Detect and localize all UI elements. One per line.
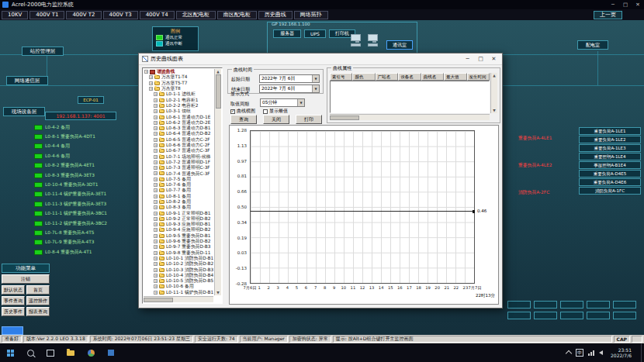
column-header-索引号[interactable]: 索引号: [330, 73, 352, 81]
column-header-发生时间[interactable]: 发生时间: [467, 73, 490, 81]
prev-page-button[interactable]: 上一页: [594, 11, 622, 19]
expander-icon[interactable]: +: [154, 160, 158, 164]
expander-icon[interactable]: +: [154, 268, 158, 272]
scroll-thumb[interactable]: [144, 298, 173, 302]
volume-icon[interactable]: [599, 350, 603, 355]
dialog-minimize-icon[interactable]: ─: [461, 54, 474, 64]
expander-icon[interactable]: +: [154, 234, 158, 238]
menu-button-报表查询[interactable]: 报表查询: [26, 307, 50, 316]
menu-button-遥控操作[interactable]: 遥控操作: [26, 296, 50, 305]
column-header-厂站名[interactable]: 厂站名: [376, 73, 398, 81]
dropdown-arrow-icon[interactable]: ▼: [312, 85, 319, 92]
expander-icon[interactable]: +: [154, 245, 158, 249]
network-icon[interactable]: [588, 350, 594, 356]
expander-icon[interactable]: +: [154, 121, 158, 125]
expander-icon[interactable]: +: [154, 217, 158, 221]
expander-icon[interactable]: +: [154, 98, 158, 102]
tab-400V T3[interactable]: 400V T3: [103, 11, 138, 19]
expander-icon[interactable]: +: [149, 75, 153, 79]
expander-icon[interactable]: +: [154, 109, 158, 113]
period-combo[interactable]: 05分钟 ▼: [260, 98, 305, 107]
close-icon[interactable]: ✕: [632, 2, 644, 8]
dialog-close-icon[interactable]: ✕: [487, 54, 500, 64]
show-desktop-button[interactable]: [641, 343, 644, 362]
expander-icon[interactable]: +: [154, 262, 158, 266]
search-icon[interactable]: [20, 343, 40, 362]
file-explorer-icon[interactable]: [61, 343, 81, 362]
expander-icon[interactable]: +: [154, 251, 158, 255]
tab-北区配电柜[interactable]: 北区配电柜: [176, 11, 216, 19]
expander-icon[interactable]: +: [154, 149, 158, 153]
tab-400V T2[interactable]: 400V T2: [66, 11, 101, 19]
column-header-最大值[interactable]: 最大值: [444, 73, 466, 81]
expander-icon[interactable]: +: [149, 81, 153, 85]
expander-icon[interactable]: +: [154, 166, 158, 170]
chart-plot[interactable]: [250, 130, 475, 284]
tab-南区配电柜[interactable]: 南区配电柜: [217, 11, 257, 19]
expander-icon[interactable]: +: [154, 212, 158, 215]
scroll-down-icon[interactable]: ▼: [216, 290, 219, 295]
minimize-icon[interactable]: ─: [607, 2, 619, 8]
expander-icon[interactable]: +: [154, 138, 158, 142]
expander-icon[interactable]: +: [154, 183, 158, 187]
expander-icon[interactable]: +: [154, 188, 158, 192]
tree-horizontal-scrollbar[interactable]: [144, 296, 213, 302]
taskbar-clock[interactable]: 23:51 2022/7/6: [611, 347, 632, 358]
expander-icon[interactable]: +: [154, 228, 158, 232]
scroll-up-icon[interactable]: ▲: [216, 69, 219, 74]
expander-icon[interactable]: +: [154, 240, 158, 243]
dropdown-arrow-icon[interactable]: ▼: [312, 75, 319, 82]
expander-icon[interactable]: +: [154, 291, 158, 295]
dialog-maximize-icon[interactable]: □: [474, 54, 487, 64]
expander-icon[interactable]: +: [154, 222, 158, 226]
expander-icon[interactable]: +: [154, 205, 158, 209]
menu-button-历史事件[interactable]: 历史事件: [2, 307, 25, 316]
action-button-关闭[interactable]: 关闭: [263, 115, 289, 124]
task-view-icon[interactable]: [40, 343, 61, 362]
tab-400V T4[interactable]: 400V T4: [140, 11, 175, 19]
expander-icon[interactable]: +: [154, 132, 158, 136]
curve-overlay-checkbox[interactable]: ✓: [230, 109, 235, 114]
expander-icon[interactable]: +: [154, 92, 158, 96]
maximize-icon[interactable]: □: [619, 2, 632, 8]
tab-网络拓扑[interactable]: 网络拓扑: [294, 11, 328, 19]
menu-button-默认状态[interactable]: 默认状态: [2, 285, 25, 295]
expander-icon[interactable]: +: [154, 274, 158, 278]
tab-10KV[interactable]: 10KV: [2, 11, 28, 19]
tab-历史曲线[interactable]: 历史曲线: [258, 11, 293, 19]
start-button[interactable]: [0, 343, 20, 362]
logout-button[interactable]: 注销: [2, 274, 50, 284]
expander-icon[interactable]: +: [154, 104, 158, 108]
expander-icon[interactable]: +: [154, 171, 158, 175]
column-header-曲线名[interactable]: 曲线名: [421, 73, 444, 81]
action-button-查询[interactable]: 查询: [230, 115, 257, 124]
tray-expand-icon[interactable]: [566, 350, 571, 356]
menu-accent-button[interactable]: [2, 326, 23, 335]
end-date-combo[interactable]: 2022年 7月 6日 ▼: [259, 84, 320, 93]
browser-icon[interactable]: [81, 343, 101, 362]
expander-icon[interactable]: +: [154, 155, 158, 159]
column-header-颜色[interactable]: 颜色: [352, 73, 375, 81]
expander-icon[interactable]: +: [154, 200, 158, 204]
expander-icon[interactable]: +: [154, 279, 158, 283]
menu-button-首页[interactable]: 首页: [26, 285, 50, 295]
props-horizontal-scrollbar[interactable]: [330, 114, 490, 120]
expander-icon[interactable]: +: [154, 178, 158, 181]
menu-button-事件查询[interactable]: 事件查询: [2, 296, 25, 305]
dialog-titlebar[interactable]: 历史曲线图表 ─ □ ✕: [139, 53, 502, 65]
scroll-down-icon[interactable]: ▼: [493, 108, 495, 113]
scroll-thumb[interactable]: [330, 115, 359, 120]
dropdown-arrow-icon[interactable]: ▼: [297, 99, 304, 106]
expander-icon[interactable]: +: [154, 195, 158, 198]
expander-icon[interactable]: +: [154, 115, 158, 119]
scroll-thumb[interactable]: [216, 74, 221, 109]
expander-icon[interactable]: +: [154, 284, 158, 288]
expander-icon[interactable]: +: [149, 87, 153, 91]
expander-icon[interactable]: +: [144, 70, 148, 74]
column-header-设备名[interactable]: 设备名: [398, 73, 421, 81]
expander-icon[interactable]: +: [154, 143, 158, 147]
expander-icon[interactable]: +: [154, 126, 158, 130]
scroll-up-icon[interactable]: ▲: [493, 73, 495, 78]
start-date-combo[interactable]: 2022年 7月 6日 ▼: [259, 74, 320, 83]
tree-vertical-scrollbar[interactable]: ▲ ▼: [214, 69, 221, 295]
